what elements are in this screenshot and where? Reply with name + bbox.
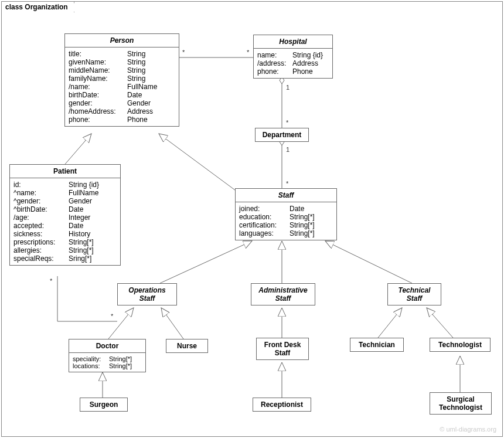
attr-name: allergies: bbox=[13, 246, 69, 254]
attr-type: String[*] bbox=[109, 355, 142, 362]
class-person-title: Person bbox=[65, 34, 179, 47]
attr-name: middleName: bbox=[69, 66, 127, 74]
class-doctor-title: Doctor bbox=[69, 339, 145, 353]
attr-type: String bbox=[127, 74, 175, 83]
attr-name: title: bbox=[69, 50, 127, 58]
mult-person-hospital-right: * bbox=[247, 49, 249, 56]
attr-type: Date bbox=[69, 222, 117, 230]
class-staff-attrs: joined:Dateeducation:String[*]certificat… bbox=[236, 202, 336, 240]
attr-name: ^gender: bbox=[13, 197, 69, 205]
attr-name: specialReqs: bbox=[13, 254, 69, 263]
attr-type: String[*] bbox=[109, 362, 142, 369]
attr-row: title:String bbox=[69, 50, 175, 58]
attr-type: FullName bbox=[69, 189, 117, 197]
attr-type: String bbox=[127, 66, 175, 74]
class-patient-attrs: id:String {id}^name:FullName^gender:Gend… bbox=[10, 178, 120, 265]
attr-name: /name: bbox=[69, 83, 127, 91]
frame-label-text: class Organization bbox=[5, 3, 68, 11]
attr-row: givenName:String bbox=[69, 58, 175, 66]
attr-row: speciality:String[*] bbox=[73, 355, 142, 362]
attr-name: /address: bbox=[257, 59, 292, 67]
attr-row: specialReqs:Sring[*] bbox=[13, 254, 117, 263]
attr-row: birthDate:Date bbox=[69, 91, 175, 99]
class-patient-title: Patient bbox=[10, 165, 120, 178]
attr-type: String[*] bbox=[290, 221, 333, 229]
attr-type: Date bbox=[290, 205, 333, 213]
class-staff-title: Staff bbox=[236, 189, 336, 202]
class-technician: Technician bbox=[350, 338, 404, 352]
attr-name: familyName: bbox=[69, 74, 127, 83]
class-department-title: Department bbox=[256, 128, 308, 141]
attr-row: middleName:String bbox=[69, 66, 175, 74]
attr-row: /age:Integer bbox=[13, 213, 117, 222]
attr-name: phone: bbox=[257, 67, 292, 76]
attr-type: Phone bbox=[292, 67, 329, 76]
attr-type: History bbox=[69, 230, 117, 238]
attr-name: languages: bbox=[239, 229, 290, 237]
svg-line-11 bbox=[378, 308, 402, 338]
class-doctor-attrs: speciality:String[*]locations:String[*] bbox=[69, 353, 145, 372]
attr-row: ^name:FullName bbox=[13, 189, 117, 197]
mult-dept-staff-top: 1 bbox=[286, 146, 290, 153]
attr-row: joined:Date bbox=[239, 205, 333, 213]
attr-name: phone: bbox=[69, 116, 127, 124]
class-technical-staff-title: Technical Staff bbox=[388, 284, 441, 305]
class-staff: Staff joined:Dateeducation:String[*]cert… bbox=[235, 188, 337, 240]
attr-row: /name:FullName bbox=[69, 83, 175, 91]
attr-row: phone:Phone bbox=[69, 116, 175, 124]
class-surgical-technologist: Surgical Technologist bbox=[430, 392, 492, 415]
class-technologist-title: Technologist bbox=[430, 338, 490, 351]
attr-type: Date bbox=[69, 205, 117, 213]
attr-type: String bbox=[127, 58, 175, 66]
attr-name: name: bbox=[257, 51, 292, 59]
attr-name: sickness: bbox=[13, 230, 69, 238]
class-administrative-staff-title: Administrative Staff bbox=[251, 284, 315, 305]
class-receptionist: Receptionist bbox=[253, 398, 311, 412]
attr-row: ^birthDate:Date bbox=[13, 205, 117, 213]
class-hospital-attrs: name:String {id}/address:Addressphone:Ph… bbox=[254, 49, 332, 78]
attr-type: Phone bbox=[127, 116, 175, 124]
attr-type: Address bbox=[127, 107, 175, 116]
attr-name: prescriptions: bbox=[13, 238, 69, 246]
attr-row: sickness:History bbox=[13, 230, 117, 238]
attr-row: accepted:Date bbox=[13, 222, 117, 230]
attr-name: speciality: bbox=[73, 355, 109, 362]
attr-type: String[*] bbox=[290, 229, 333, 237]
class-technical-staff: Technical Staff bbox=[387, 283, 441, 305]
class-technologist: Technologist bbox=[430, 338, 491, 352]
attr-row: prescriptions:String[*] bbox=[13, 238, 117, 246]
attr-type: Address bbox=[292, 59, 329, 67]
attr-row: locations:String[*] bbox=[73, 362, 142, 369]
mult-hosp-dept-bot: * bbox=[286, 119, 288, 126]
attr-name: givenName: bbox=[69, 58, 127, 66]
attr-type: FullName bbox=[127, 83, 175, 91]
attr-name: birthDate: bbox=[69, 91, 127, 99]
frame-label: class Organization bbox=[1, 1, 74, 12]
attr-name: locations: bbox=[73, 362, 109, 369]
attr-row: gender:Gender bbox=[69, 99, 175, 107]
attr-type: Gender bbox=[69, 197, 117, 205]
class-front-desk-title: Front Desk Staff bbox=[257, 338, 308, 359]
svg-line-9 bbox=[161, 308, 183, 339]
attr-name: joined: bbox=[239, 205, 290, 213]
attr-row: education:String[*] bbox=[239, 213, 333, 221]
svg-line-3 bbox=[65, 134, 91, 164]
class-doctor: Doctor speciality:String[*]locations:Str… bbox=[69, 339, 146, 372]
attr-name: id: bbox=[13, 181, 69, 189]
mult-dept-staff-bot: * bbox=[286, 180, 288, 187]
attr-name: /age: bbox=[13, 213, 69, 222]
class-surgical-technologist-title: Surgical Technologist bbox=[430, 393, 491, 414]
mult-patient-ops-left: * bbox=[50, 277, 52, 284]
class-hospital: Hospital name:String {id}/address:Addres… bbox=[253, 35, 333, 79]
attr-name: ^name: bbox=[13, 189, 69, 197]
mult-hosp-dept-top: 1 bbox=[286, 84, 290, 91]
class-hospital-title: Hospital bbox=[254, 35, 332, 49]
attr-name: gender: bbox=[69, 99, 127, 107]
attr-row: languages:String[*] bbox=[239, 229, 333, 237]
attr-type: String bbox=[127, 50, 175, 58]
attr-row: familyName:String bbox=[69, 74, 175, 83]
attr-type: Gender bbox=[127, 99, 175, 107]
attr-row: phone:Phone bbox=[257, 67, 329, 76]
class-department: Department bbox=[255, 128, 309, 142]
attr-row: id:String {id} bbox=[13, 181, 117, 189]
